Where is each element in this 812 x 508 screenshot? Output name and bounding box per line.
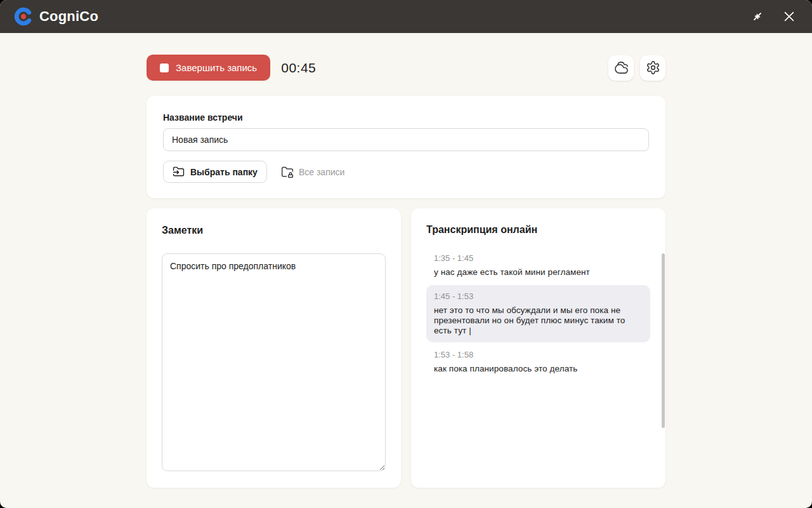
choose-folder-label: Выбрать папку [190, 167, 258, 177]
cloud-sync-button[interactable] [608, 55, 634, 81]
notes-title: Заметки [162, 225, 386, 236]
recording-timer: 00:45 [281, 60, 316, 76]
transcription-title: Транскрипция онлайн [426, 224, 650, 236]
close-window-button[interactable] [780, 8, 798, 25]
notes-textarea[interactable]: Спросить про предоплатников [162, 253, 386, 471]
settings-button[interactable] [640, 55, 665, 81]
transcript-entry-text: нет это то что мы обсуждали и мы его пок… [434, 305, 643, 336]
collapse-window-button[interactable] [749, 8, 766, 25]
app-window: CogniCo Завер [0, 0, 812, 508]
folder-input-icon [173, 166, 185, 178]
close-icon [782, 10, 796, 23]
folder-row: Выбрать папку Все записи [163, 161, 649, 183]
current-folder[interactable]: Все записи [281, 166, 344, 178]
transcript-entry-text: у нас даже есть такой мини регламент [434, 267, 643, 277]
cards-row: Заметки Спросить про предоплатников Тран… [147, 208, 665, 488]
transcript-entry-time: 1:45 - 1:53 [434, 291, 643, 301]
window-controls [749, 8, 798, 25]
notes-card: Заметки Спросить про предоплатников [147, 208, 401, 488]
folder-lock-icon [281, 166, 294, 178]
stop-recording-label: Завершить запись [176, 62, 257, 73]
transcript-entry-time: 1:53 - 1:58 [434, 350, 643, 359]
current-folder-label: Все записи [299, 167, 344, 177]
transcript-entry[interactable]: 1:45 - 1:53нет это то что мы обсуждали и… [426, 285, 650, 342]
recording-toolbar: Завершить запись 00:45 [147, 55, 665, 81]
titlebar: CogniCo [0, 0, 812, 33]
brand: CogniCo [14, 7, 98, 26]
transcript-list: 1:35 - 1:45у нас даже есть такой мини ре… [426, 247, 650, 380]
transcript-scrollbar[interactable] [662, 253, 665, 428]
stop-recording-button[interactable]: Завершить запись [147, 55, 270, 81]
choose-folder-button[interactable]: Выбрать папку [163, 161, 267, 183]
transcript-entry-time: 1:35 - 1:45 [434, 253, 643, 263]
transcript-entry[interactable]: 1:35 - 1:45у нас даже есть такой мини ре… [426, 247, 650, 284]
gear-icon [646, 60, 660, 75]
meeting-name-input[interactable] [163, 128, 649, 151]
stop-icon [160, 64, 169, 72]
main-area: Завершить запись 00:45 [0, 33, 812, 508]
app-logo-icon [14, 7, 33, 26]
transcript-entry-text: как пока планировалось это делать [434, 364, 643, 374]
transcript-entry[interactable]: 1:53 - 1:58как пока планировалось это де… [426, 344, 650, 380]
cloud-icon [614, 60, 629, 75]
app-title: CogniCo [39, 8, 98, 25]
collapse-window-icon [750, 9, 765, 24]
meeting-card: Название встречи Выбрать папку [147, 96, 665, 198]
transcription-card: Транскрипция онлайн 1:35 - 1:45у нас даж… [411, 208, 665, 488]
meeting-name-label: Название встречи [163, 112, 649, 123]
